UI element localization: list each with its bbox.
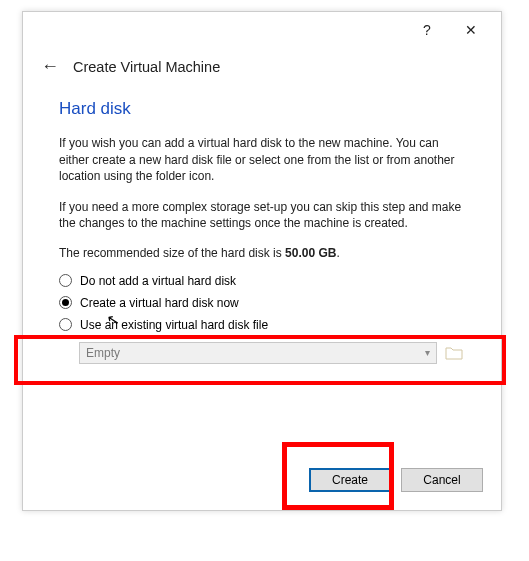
close-button[interactable]: ✕ — [449, 15, 493, 45]
folder-icon — [445, 345, 463, 361]
disk-file-select: Empty ▾ — [79, 342, 437, 364]
browse-folder-button — [443, 342, 465, 364]
option-create-disk[interactable]: Create a virtual hard disk now — [59, 296, 465, 310]
radio-icon — [59, 296, 72, 309]
description-para-2: If you need a more complex storage set-u… — [59, 199, 465, 232]
chevron-down-icon: ▾ — [425, 347, 430, 358]
option-label: Do not add a virtual hard disk — [80, 274, 236, 288]
help-icon: ? — [423, 22, 431, 38]
existing-disk-file-row: Empty ▾ — [59, 342, 465, 364]
section-heading: Hard disk — [59, 99, 465, 119]
recommended-size-value: 50.00 GB — [285, 246, 336, 260]
titlebar: ? ✕ — [23, 12, 501, 48]
hard-disk-options: Do not add a virtual hard disk Create a … — [59, 274, 465, 332]
button-label: Create — [332, 473, 368, 487]
button-label: Cancel — [423, 473, 460, 487]
option-no-disk[interactable]: Do not add a virtual hard disk — [59, 274, 465, 288]
option-label: Use an existing virtual hard disk file — [80, 318, 268, 332]
disk-file-value: Empty — [86, 346, 120, 360]
help-button[interactable]: ? — [405, 15, 449, 45]
dialog-footer: Create Cancel — [23, 454, 501, 510]
close-icon: ✕ — [465, 22, 477, 38]
cancel-button[interactable]: Cancel — [401, 468, 483, 492]
dialog-header: ← Create Virtual Machine — [23, 48, 501, 91]
dialog-title: Create Virtual Machine — [73, 59, 220, 75]
radio-icon — [59, 274, 72, 287]
back-button[interactable]: ← — [41, 56, 59, 77]
option-existing-disk[interactable]: Use an existing virtual hard disk file — [59, 318, 465, 332]
recommended-size-text: The recommended size of the hard disk is… — [59, 246, 465, 260]
radio-icon — [59, 318, 72, 331]
option-label: Create a virtual hard disk now — [80, 296, 239, 310]
create-button[interactable]: Create — [309, 468, 391, 492]
description-para-1: If you wish you can add a virtual hard d… — [59, 135, 465, 185]
create-vm-dialog: ? ✕ ← Create Virtual Machine Hard disk I… — [22, 11, 502, 511]
dialog-content: Hard disk If you wish you can add a virt… — [23, 91, 501, 454]
